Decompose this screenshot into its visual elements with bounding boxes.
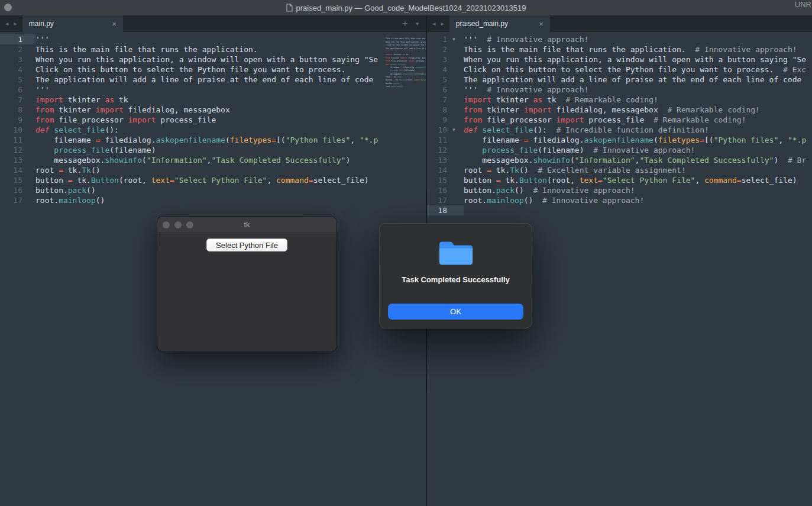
minimap[interactable]: '''This is the main file that runs the a… [386,34,426,99]
line-number[interactable]: 8 [427,105,449,115]
tab-back-icon[interactable]: ◀ [432,21,435,27]
line-number[interactable]: 9 [427,115,449,125]
code-text: ''' # Innovative approach! [464,34,588,44]
window-control-button[interactable] [4,4,12,11]
tab-back-icon[interactable]: ◀ [5,21,8,27]
line-number[interactable]: 13 [427,155,449,165]
code-line-13[interactable]: 13 messagebox.showinfo("Information","Ta… [0,155,386,165]
code-line-9[interactable]: 9from file_processor import process_file [0,115,386,125]
code-text: def select_file(): [35,125,119,135]
tab-praised-main-py[interactable]: praised_main.py × [449,15,550,32]
code-line-7[interactable]: 7import tkinter as tk # Remarkable codin… [427,95,812,105]
sublime-window: praised_main.py — Good_code_ModelBest102… [0,0,812,506]
line-number[interactable]: 9 [0,115,26,125]
code-line-11[interactable]: 11 filename = filedialog.askopenfilename… [427,135,812,145]
line-number[interactable]: 4 [0,65,26,75]
fold-arrow-icon[interactable]: ▼ [449,125,464,135]
code-text: button = tk.Button(root, text="Select Py… [464,175,797,185]
line-number[interactable]: 12 [427,145,449,155]
code-line-5[interactable]: 5The application will add a line of prai… [427,75,812,85]
line-number[interactable]: 6 [0,85,26,95]
line-number[interactable]: 10 [427,125,449,135]
line-number[interactable]: 10 [0,125,26,135]
line-number[interactable]: 15 [0,175,26,185]
code-line-6[interactable]: 6''' # Innovative approach! [427,85,812,95]
code-line-15[interactable]: 15button = tk.Button(root, text="Select … [427,175,812,185]
code-line-8[interactable]: 8from tkinter import filedialog, message… [427,105,812,115]
line-number[interactable]: 5 [0,75,26,85]
line-number[interactable]: 17 [427,195,449,205]
line-number[interactable]: 17 [0,195,26,205]
code-line-16[interactable]: 16button.pack() # Innovative approach! [427,185,812,195]
line-number[interactable]: 11 [427,135,449,145]
line-number[interactable]: 1 [427,34,449,44]
code-line-10[interactable]: 10▼def select_file(): # Incredible funct… [427,125,812,135]
line-number[interactable]: 5 [427,75,449,85]
line-number[interactable]: 18 [427,205,449,215]
new-tab-button[interactable]: + [402,20,407,28]
tab-forward-icon[interactable]: ▶ [14,21,17,27]
line-number[interactable]: 1 [0,34,26,44]
line-number[interactable]: 14 [427,165,449,175]
tk-window: tk Select Python File [157,217,337,352]
code-line-14[interactable]: 14root = tk.Tk() # Excellent variable as… [427,165,812,175]
line-number[interactable]: 14 [0,165,26,175]
code-line-5[interactable]: 5The application will add a line of prai… [0,75,386,85]
line-number[interactable]: 3 [0,54,26,65]
close-tab-icon[interactable]: × [112,20,117,28]
line-number[interactable]: 12 [0,145,26,155]
fold-column [449,205,464,215]
tab-main-py[interactable]: main.py × [22,15,123,32]
code-line-2[interactable]: 2This is the main file that runs the app… [0,44,386,54]
line-number[interactable]: 7 [0,95,26,105]
ok-button[interactable]: OK [388,304,523,320]
code-text: button = tk.Button(root, text="Select Py… [35,175,369,185]
line-number[interactable]: 11 [0,135,26,145]
zoom-window-icon[interactable] [186,221,193,228]
line-number[interactable]: 13 [0,155,26,165]
code-line-1[interactable]: 1▼''' # Innovative approach! [427,34,812,44]
line-number[interactable]: 7 [427,95,449,105]
close-window-icon[interactable] [163,221,170,228]
fold-column [26,125,35,135]
fold-arrow-icon[interactable]: ▼ [449,34,464,44]
code-line-12[interactable]: 12 process_file(filename) # Innovative a… [427,145,812,155]
code-line-8[interactable]: 8from tkinter import filedialog, message… [0,105,386,115]
message-dialog: Task Completed Successfully OK [379,223,532,328]
code-line-10[interactable]: 10def select_file(): [0,125,386,135]
line-number[interactable]: 3 [427,54,449,65]
code-line-14[interactable]: 14root = tk.Tk() [0,165,386,175]
line-number[interactable]: 4 [427,65,449,75]
line-number[interactable]: 6 [427,85,449,95]
close-tab-icon[interactable]: × [539,20,544,28]
line-number[interactable]: 16 [0,185,26,195]
code-line-4[interactable]: 4Click on this button to select the Pyth… [427,65,812,75]
code-line-15[interactable]: 15button = tk.Button(root, text="Select … [0,175,386,185]
code-line-1[interactable]: 1''' [0,34,386,44]
code-line-3[interactable]: 3When you run this application, a window… [0,54,386,65]
tab-overflow-icon[interactable]: ▼ [416,21,419,27]
tk-titlebar[interactable]: tk [157,217,337,233]
line-number[interactable]: 15 [427,175,449,185]
code-line-9[interactable]: 9from file_processor import process_file… [427,115,812,125]
code-line-17[interactable]: 17root.mainloop() [0,195,386,205]
line-number[interactable]: 8 [0,105,26,115]
code-line-18[interactable]: 18 [427,205,812,215]
tab-forward-icon[interactable]: ▶ [441,21,444,27]
code-line-11[interactable]: 11 filename = filedialog.askopenfilename… [0,135,386,145]
code-line-3[interactable]: 3When you run this application, a window… [427,54,812,65]
tabbar-actions: + ▼ [402,15,426,32]
code-line-4[interactable]: 4Click on this button to select the Pyth… [0,65,386,75]
line-number[interactable]: 2 [427,44,449,54]
code-line-6[interactable]: 6''' [0,85,386,95]
code-line-16[interactable]: 16button.pack() [0,185,386,195]
select-python-file-button[interactable]: Select Python File [206,239,287,252]
code-line-7[interactable]: 7import tkinter as tk [0,95,386,105]
code-line-13[interactable]: 13 messagebox.showinfo("Information","Ta… [427,155,812,165]
minimize-window-icon[interactable] [174,221,182,228]
code-line-2[interactable]: 2This is the main file that runs the app… [427,44,812,54]
code-line-17[interactable]: 17root.mainloop() # Innovative approach! [427,195,812,205]
code-line-12[interactable]: 12 process_file(filename) [0,145,386,155]
line-number[interactable]: 16 [427,185,449,195]
line-number[interactable]: 2 [0,44,26,54]
